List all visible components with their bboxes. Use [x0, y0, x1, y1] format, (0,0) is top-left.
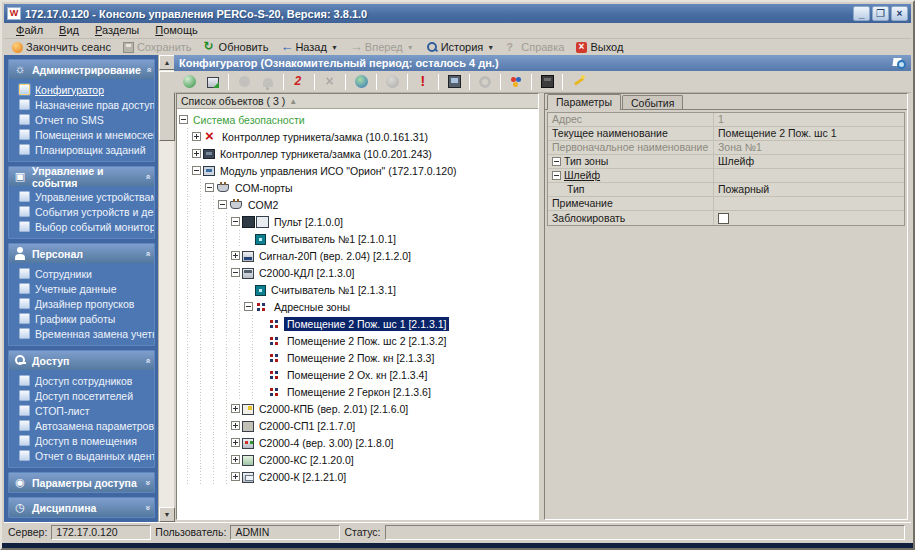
expand-icon[interactable] [231, 438, 240, 447]
menu-вид[interactable]: Вид [51, 23, 87, 38]
expand-chevron-icon[interactable]: » [142, 480, 152, 485]
tree-node[interactable]: Помещение 2 Геркон [2.1.3.6] [177, 383, 538, 400]
tree-node[interactable]: Помещение 2 Пож. шс 1 [2.1.3.1] [177, 315, 538, 332]
tree-node[interactable]: С2000-СП1 [2.1.7.0] [177, 417, 538, 434]
back-arrow-button[interactable]: Назад▼ [274, 39, 343, 55]
collapse-icon[interactable] [552, 157, 561, 166]
sidebar-group-header-администрирование[interactable]: Администрирование» [9, 60, 154, 79]
sidebar-scrollbar[interactable]: ▲ ▼ [158, 55, 174, 522]
sidebar-group-header-параметры-доступа[interactable]: Параметры доступа» [9, 473, 154, 492]
collapse-icon[interactable] [231, 268, 240, 277]
tree-node[interactable]: С2000-КПБ (вер. 2.01) [2.1.6.0] [177, 400, 538, 417]
logout-user-button[interactable]: Закончить сеанс [6, 39, 117, 55]
tree-node[interactable]: С2000-КС [2.1.20.0] [177, 451, 538, 468]
collapse-icon[interactable] [218, 200, 227, 209]
property-value[interactable]: Шлейф [714, 155, 904, 168]
tree-node[interactable]: С2000-КДЛ [2.1.3.0] [177, 264, 538, 281]
wand-button[interactable] [566, 72, 590, 91]
collapse-chevron-icon[interactable]: » [142, 251, 152, 256]
expand-chevron-icon[interactable]: » [142, 505, 152, 510]
tree-node[interactable]: COM-порты [177, 179, 538, 196]
property-value[interactable]: 1 [714, 113, 904, 126]
tree-node[interactable]: Считыватель №1 [2.1.3.1] [177, 281, 538, 298]
tree-node[interactable]: С2000-К [2.1.21.0] [177, 468, 538, 485]
collapse-chevron-icon[interactable]: » [143, 67, 153, 72]
scroll-down-icon[interactable]: ▼ [159, 507, 175, 522]
tree-node[interactable]: Адресные зоны [177, 298, 538, 315]
collapse-chevron-icon[interactable]: » [142, 358, 152, 363]
close-button[interactable]: × [891, 6, 908, 21]
edit-address-button[interactable] [287, 72, 311, 91]
checkbox[interactable] [718, 213, 729, 224]
property-value[interactable] [714, 169, 904, 182]
sidebar-item-помещения-и-мнемосхема[interactable]: Помещения и мнемосхема [15, 127, 154, 142]
expand-icon[interactable] [231, 472, 240, 481]
sidebar-group-header-дисциплина[interactable]: Дисциплина» [9, 498, 154, 517]
refresh-button[interactable]: Обновить [198, 39, 275, 55]
sidebar-group-header-доступ[interactable]: Доступ» [9, 351, 154, 370]
collapse-icon[interactable] [552, 171, 561, 180]
property-value[interactable] [714, 211, 904, 225]
event-colors-button[interactable] [504, 72, 528, 91]
sidebar-item-автозамена-параметров-до[interactable]: Автозамена параметров до... [15, 418, 154, 433]
sidebar-item-доступ-посетителей[interactable]: Доступ посетителей [15, 388, 154, 403]
sidebar-item-сотрудники[interactable]: Сотрудники [15, 266, 154, 281]
property-value[interactable]: Зона №1 [714, 141, 904, 154]
tree-node[interactable]: Пульт [2.1.0.0] [177, 213, 538, 230]
tree-node[interactable]: Контроллер турникета/замка (10.0.161.31) [177, 128, 538, 145]
scrollbar-thumb[interactable] [159, 71, 175, 141]
maximize-button[interactable]: ❐ [872, 6, 889, 21]
tree-node[interactable]: COM2 [177, 196, 538, 213]
tab-параметры[interactable]: Параметры [547, 94, 621, 110]
tree-node[interactable]: Контроллер турникета/замка (10.0.201.243… [177, 145, 538, 162]
view-report-icon[interactable] [892, 57, 906, 69]
sidebar-item-доступ-сотрудников[interactable]: Доступ сотрудников [15, 373, 154, 388]
sidebar-item-дизайнер-пропусков[interactable]: Дизайнер пропусков [15, 296, 154, 311]
minimize-button[interactable]: _ [853, 6, 870, 21]
property-value[interactable] [714, 197, 904, 210]
property-value[interactable]: Помещение 2 Пож. шс 1 [714, 127, 904, 140]
history-button[interactable]: История▼ [420, 39, 501, 55]
tab-события[interactable]: События [622, 95, 683, 109]
black-box-button[interactable] [535, 72, 559, 91]
collapse-chevron-icon[interactable]: » [142, 174, 152, 179]
collapse-icon[interactable] [179, 115, 188, 124]
menu-разделы[interactable]: Разделы [87, 23, 147, 38]
sidebar-item-управление-устройствами-и[interactable]: Управление устройствами и... [15, 189, 154, 204]
expand-icon[interactable] [192, 149, 201, 158]
alarm-reset-button[interactable] [411, 72, 435, 91]
expand-icon[interactable] [231, 404, 240, 413]
monitor-view-button[interactable] [442, 72, 466, 91]
tree-node[interactable]: Сигнал-20П (вер. 2.04) [2.1.2.0] [177, 247, 538, 264]
expand-icon[interactable] [192, 132, 201, 141]
menu-файл[interactable]: Файл [8, 23, 51, 38]
network-globe-button[interactable] [349, 72, 373, 91]
sidebar-group-header-персонал[interactable]: Персонал» [9, 244, 154, 263]
tree-node[interactable]: Помещение 2 Ох. кн [2.1.3.4] [177, 366, 538, 383]
collapse-icon[interactable] [205, 183, 214, 192]
sidebar-item-доступ-в-помещения[interactable]: Доступ в помещения [15, 433, 154, 448]
tree-node[interactable]: Считыватель №1 [2.1.0.1] [177, 230, 538, 247]
menu-помощь[interactable]: Помощь [147, 23, 206, 38]
sidebar-item-планировщик-заданий[interactable]: Планировщик заданий [15, 142, 154, 157]
tree-node[interactable]: Система безопасности [177, 111, 538, 128]
add-device-button[interactable] [201, 72, 225, 91]
sidebar-item-отчет-по-sms[interactable]: Отчет по SMS [15, 112, 154, 127]
sidebar-item-назначение-прав-доступа-о[interactable]: Назначение прав доступа о... [15, 97, 154, 112]
property-value[interactable]: Пожарный [714, 183, 904, 196]
sidebar-item-отчет-о-выданных-идентиф[interactable]: Отчет о выданных идентиф... [15, 448, 154, 463]
sidebar-item-временная-замена-учетных[interactable]: Временная замена учетных ... [15, 326, 154, 341]
expand-icon[interactable] [231, 251, 240, 260]
sidebar-item-стоп-лист[interactable]: СТОП-лист [15, 403, 154, 418]
expand-icon[interactable] [231, 421, 240, 430]
search-devices-button[interactable] [177, 72, 201, 91]
sidebar-item-учетные-данные[interactable]: Учетные данные [15, 281, 154, 296]
sidebar-item-выбор-событий-мониторинга[interactable]: Выбор событий мониторинга [15, 219, 154, 234]
expand-icon[interactable] [231, 455, 240, 464]
tree-header[interactable]: Список объектов ( 3 ) ▲ [177, 94, 538, 109]
sidebar-group-header-управление-и-события[interactable]: Управление и события» [9, 167, 154, 186]
collapse-icon[interactable] [192, 166, 201, 175]
sidebar-item-события-устройств-и-дейст[interactable]: События устройств и дейст... [15, 204, 154, 219]
collapse-icon[interactable] [231, 217, 240, 226]
tree-node[interactable]: Помещение 2 Пож. кн [2.1.3.3] [177, 349, 538, 366]
